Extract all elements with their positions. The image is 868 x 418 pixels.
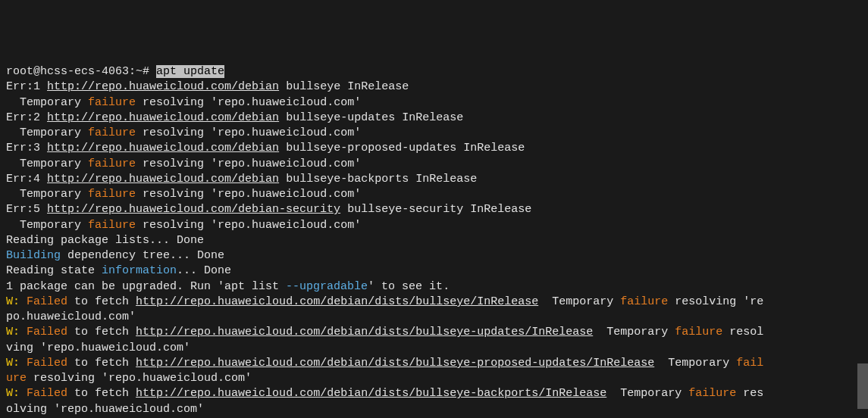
terminal-output[interactable]: root@hcss-ecs-4063:~# apt update Err:1 h… xyxy=(6,64,862,418)
command-text: apt update xyxy=(156,65,224,78)
reading-state: Reading state information... Done xyxy=(6,264,231,277)
err-line-1: Err:1 http://repo.huaweicloud.com/debian… xyxy=(6,80,409,93)
building-tree: Building dependency tree... Done xyxy=(6,249,224,262)
prompt-line: root@hcss-ecs-4063:~# apt update xyxy=(6,65,224,78)
warn-line-3: W: Failed to fetch http://repo.huaweiclo… xyxy=(6,357,763,385)
err-detail-3: Temporary failure resolving 'repo.huawei… xyxy=(6,158,361,170)
err-line-2: Err:2 http://repo.huaweicloud.com/debian… xyxy=(6,111,463,124)
err-detail-2: Temporary failure resolving 'repo.huawei… xyxy=(6,126,361,139)
upgrade-hint: 1 package can be upgraded. Run 'apt list… xyxy=(6,280,450,293)
scrollbar[interactable] xyxy=(857,0,868,418)
warn-line-1: W: Failed to fetch http://repo.huaweiclo… xyxy=(6,295,763,323)
err-detail-4: Temporary failure resolving 'repo.huawei… xyxy=(6,188,361,201)
warn-line-2: W: Failed to fetch http://repo.huaweiclo… xyxy=(6,326,763,354)
warn-line-4: W: Failed to fetch http://repo.huaweiclo… xyxy=(6,387,763,415)
reading-packages: Reading package lists... Done xyxy=(6,234,204,247)
scrollbar-thumb[interactable] xyxy=(857,363,868,409)
err-line-3: Err:3 http://repo.huaweicloud.com/debian… xyxy=(6,142,525,154)
err-detail-1: Temporary failure resolving 'repo.huawei… xyxy=(6,96,361,109)
err-detail-5: Temporary failure resolving 'repo.huawei… xyxy=(6,219,361,232)
err-line-4: Err:4 http://repo.huaweicloud.com/debian… xyxy=(6,173,477,186)
err-line-5: Err:5 http://repo.huaweicloud.com/debian… xyxy=(6,203,531,216)
